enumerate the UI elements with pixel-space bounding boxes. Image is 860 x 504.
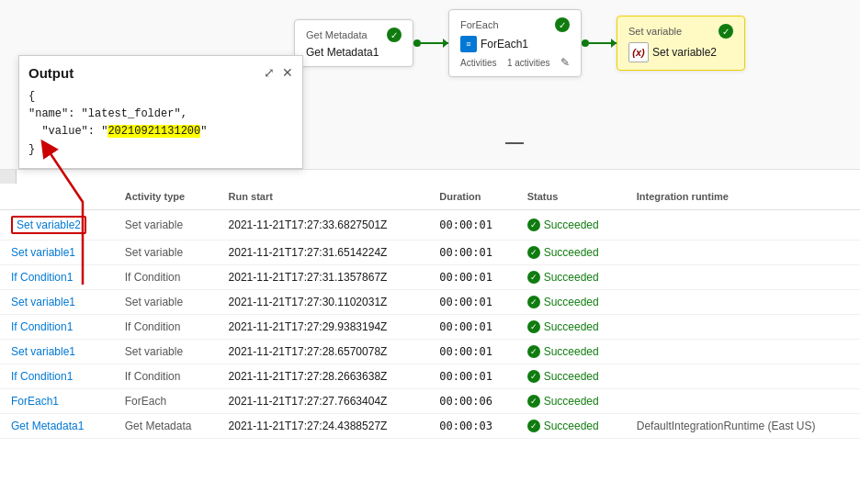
cell-type: If Condition [114, 315, 218, 340]
cell-runtime [626, 210, 860, 241]
cell-run-start: 2021-11-21T17:27:31.1357867Z [218, 265, 429, 290]
cell-status: ✓Succeeded [516, 364, 626, 389]
cell-name: If Condition1 [0, 364, 114, 389]
cell-name-text: Get Metadata1 [11, 420, 84, 432]
table-row[interactable]: Get Metadata1Get Metadata2021-11-21T17:2… [0, 414, 860, 439]
table-area: Activity type Run start Duration Status … [0, 184, 860, 504]
setvariable-icon: (x) [628, 42, 649, 62]
cell-name-text: Set variable1 [11, 296, 75, 308]
table-row[interactable]: If Condition1If Condition2021-11-21T17:2… [0, 364, 860, 389]
set-variable-node[interactable]: Set variable ✓ (x) Set variable2 [617, 16, 745, 71]
foreach-node[interactable]: ForEach ✓ ≡ ForEach1 Activities 1 activi… [448, 9, 582, 77]
table-row[interactable]: ForEach1ForEach2021-11-21T17:27:27.76634… [0, 389, 860, 414]
status-icon: ✓ [527, 246, 540, 259]
connector-line-2 [589, 42, 617, 44]
set-variable-type-label: Set variable [628, 26, 682, 37]
cell-name-text: Set variable1 [11, 345, 75, 358]
table-row[interactable]: Set variable2Set variable2021-11-21T17:2… [0, 210, 860, 241]
cell-name-text: If Condition1 [11, 320, 73, 333]
table-row[interactable]: Set variable1Set variable2021-11-21T17:2… [0, 340, 860, 364]
cell-run-start: 2021-11-21T17:27:24.4388527Z [218, 414, 429, 439]
expand-button[interactable]: ⤢ [264, 65, 275, 80]
table-row[interactable]: Set variable1Set variable2021-11-21T17:2… [0, 241, 860, 265]
col-type: Activity type [114, 184, 218, 210]
status-text: Succeeded [544, 320, 599, 333]
connector-dot-2 [582, 39, 589, 47]
table-row[interactable]: Set variable1Set variable2021-11-21T17:2… [0, 290, 860, 315]
status-icon: ✓ [527, 420, 540, 432]
connector-line-1 [421, 42, 448, 44]
output-code: { "name": "latest_folder", "value": "202… [28, 88, 293, 159]
col-name [0, 184, 114, 210]
cell-duration: 00:00:01 [428, 210, 515, 241]
cell-status: ✓Succeeded [516, 265, 626, 290]
cell-type: ForEach [114, 389, 218, 414]
table-row[interactable]: If Condition1If Condition2021-11-21T17:2… [0, 315, 860, 340]
set-variable-success-icon: ✓ [719, 24, 733, 39]
cell-duration: 00:00:06 [428, 389, 515, 414]
get-metadata-type-label: Get Metadata [306, 29, 368, 40]
cell-run-start: 2021-11-21T17:27:30.1102031Z [218, 290, 429, 315]
cell-type: Set variable [114, 340, 218, 364]
cell-status: ✓Succeeded [516, 340, 626, 364]
sv2-highlighted-name: Set variable2 [11, 216, 86, 234]
cell-type: Set variable [114, 241, 218, 265]
status-icon: ✓ [527, 395, 540, 408]
cell-run-start: 2021-11-21T17:27:29.9383194Z [218, 315, 429, 340]
cell-type: Get Metadata [114, 414, 218, 439]
cell-duration: 00:00:03 [428, 414, 515, 439]
status-text: Succeeded [544, 345, 599, 358]
status-text: Succeeded [544, 395, 599, 408]
cell-type: If Condition [114, 364, 218, 389]
set-variable-header: Set variable ✓ [628, 24, 733, 39]
output-title: Output [28, 65, 293, 81]
cell-runtime [626, 265, 860, 290]
status-icon: ✓ [527, 271, 540, 284]
pipeline-nodes-container: Get Metadata ✓ Get Metadata1 ForEach ✓ ≡… [294, 9, 745, 77]
cell-run-start: 2021-11-21T17:27:28.6570078Z [218, 340, 429, 364]
col-runtime: Integration runtime [626, 184, 860, 210]
get-metadata-success-icon: ✓ [387, 28, 402, 42]
cell-run-start: 2021-11-21T17:27:27.7663404Z [218, 389, 429, 414]
cell-runtime [626, 364, 860, 389]
cell-name: Set variable1 [0, 340, 114, 364]
cell-status: ✓Succeeded [516, 315, 626, 340]
foreach-activities: Activities 1 activities ✎ [460, 56, 570, 69]
cell-type: If Condition [114, 265, 218, 290]
foreach-success-icon: ✓ [555, 17, 570, 32]
cell-name-text: Set variable1 [11, 246, 75, 259]
cell-status: ✓Succeeded [516, 290, 626, 315]
cell-runtime: DefaultIntegrationRuntime (East US) [626, 414, 860, 439]
cell-runtime [626, 315, 860, 340]
col-duration: Duration [428, 184, 515, 210]
table-header-row: Activity type Run start Duration Status … [0, 184, 860, 210]
get-metadata-name: Get Metadata1 [306, 46, 402, 59]
col-run-start: Run start [218, 184, 429, 210]
cell-duration: 00:00:01 [428, 290, 515, 315]
connector-2 [582, 39, 617, 47]
foreach-activity-label: Activities [460, 58, 496, 68]
cell-type: Set variable [114, 290, 218, 315]
cell-run-start: 2021-11-21T17:27:33.6827501Z [218, 210, 429, 241]
cell-name: If Condition1 [0, 265, 114, 290]
table-row[interactable]: If Condition1If Condition2021-11-21T17:2… [0, 265, 860, 290]
code-line-4: } [28, 141, 293, 159]
close-button[interactable]: ✕ [282, 65, 293, 80]
output-panel: Output ⤢ ✕ { "name": "latest_folder", "v… [18, 55, 303, 169]
table-header: Activity type Run start Duration Status … [0, 184, 860, 210]
get-metadata-header: Get Metadata ✓ [306, 28, 402, 42]
foreach-icon: ≡ [460, 36, 477, 52]
cell-name-text: If Condition1 [11, 271, 73, 284]
get-metadata-node[interactable]: Get Metadata ✓ Get Metadata1 [294, 19, 413, 67]
code-line-3: "value": "20210921131200" [28, 123, 293, 140]
code-line-1: { [28, 88, 293, 106]
connector-dot-1 [413, 39, 421, 47]
cell-name: Set variable1 [0, 241, 114, 265]
edit-icon[interactable]: ✎ [560, 56, 570, 69]
dash-separator [505, 142, 524, 144]
foreach-type-label: ForEach [460, 19, 499, 30]
cell-status: ✓Succeeded [516, 414, 626, 439]
cell-duration: 00:00:01 [428, 364, 515, 389]
activity-table: Activity type Run start Duration Status … [0, 184, 860, 439]
status-icon: ✓ [527, 296, 540, 308]
